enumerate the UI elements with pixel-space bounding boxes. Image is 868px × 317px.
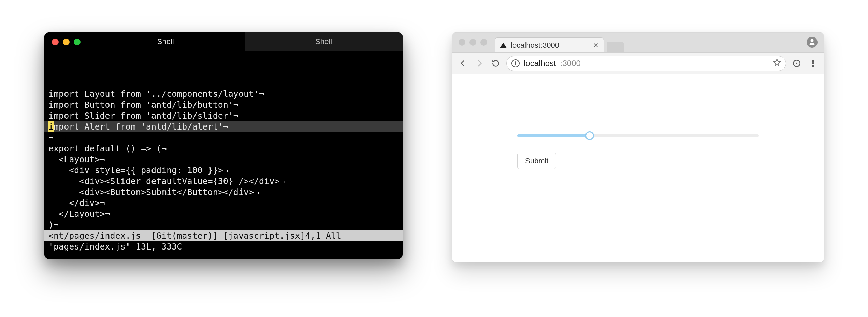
close-icon[interactable]: [459, 39, 465, 46]
address-path: :3000: [560, 59, 581, 68]
code-line: </Layout>¬: [44, 209, 403, 220]
terminal-tabs: Shell Shell: [87, 32, 403, 51]
svg-point-4: [812, 65, 814, 67]
minimize-icon[interactable]: [469, 39, 476, 46]
close-icon[interactable]: [52, 39, 59, 45]
minimize-icon[interactable]: [63, 39, 70, 45]
bookmark-icon[interactable]: [773, 58, 781, 69]
vim-message-line: "pages/index.js" 13L, 333C: [44, 241, 403, 252]
code-line: import Button from 'antd/lib/button'¬: [44, 100, 403, 110]
svg-point-3: [812, 63, 814, 64]
code-line: import Layout from '../components/layout…: [44, 89, 403, 100]
code-line: export default () => (¬: [44, 143, 403, 154]
terminal-tab-1[interactable]: Shell: [245, 32, 403, 51]
code-line: </div>¬: [44, 198, 403, 209]
traffic-lights: [44, 32, 87, 51]
browser-toolbar: i localhost:3000: [452, 52, 824, 74]
browser-tab-ghost[interactable]: [607, 42, 624, 52]
submit-button[interactable]: Submit: [517, 153, 556, 169]
tab-close-icon[interactable]: ✕: [593, 41, 599, 49]
menu-icon[interactable]: [807, 58, 819, 69]
terminal-tab-label: Shell: [315, 37, 332, 46]
code-line: )¬: [44, 220, 403, 230]
code-line: import Alert from 'antd/lib/alert'¬: [44, 121, 403, 132]
slider-track: [517, 134, 590, 137]
site-info-icon[interactable]: i: [511, 59, 520, 67]
browser-tab-title: localhost:3000: [511, 41, 559, 50]
zoom-icon[interactable]: [480, 39, 487, 46]
browser-tabstrip: localhost:3000 ✕: [452, 33, 824, 52]
submit-button-label: Submit: [525, 156, 548, 165]
browser-window: localhost:3000 ✕ i localhost:3000: [452, 32, 824, 262]
zoom-icon[interactable]: [74, 39, 81, 45]
terminal-body[interactable]: import Layout from '../components/layout…: [44, 51, 403, 252]
page-content: Submit: [452, 74, 824, 262]
profile-icon[interactable]: [807, 37, 818, 48]
favicon-triangle-icon: [500, 43, 507, 48]
reload-button[interactable]: [490, 58, 502, 69]
code-line: <Layout>¬: [44, 154, 403, 165]
traffic-lights: [459, 39, 487, 46]
browser-tab[interactable]: localhost:3000 ✕: [495, 37, 604, 52]
address-host: localhost: [524, 59, 556, 68]
terminal-titlebar: Shell Shell: [44, 32, 403, 51]
code-line: <div><Slider defaultValue={30} /></div>¬: [44, 176, 403, 187]
code-line: <div style={{ padding: 100 }}>¬: [44, 165, 403, 176]
back-button[interactable]: [457, 58, 469, 69]
code-line: import Slider from 'antd/lib/slider'¬: [44, 110, 403, 121]
terminal-tab-0[interactable]: Shell: [87, 32, 245, 51]
terminal-tab-label: Shell: [157, 37, 174, 46]
vim-status-line: <nt/pages/index.js [Git(master)] [javasc…: [44, 230, 403, 241]
forward-button[interactable]: [474, 58, 485, 69]
code-line: <div><Button>Submit</Button></div>¬: [44, 187, 403, 198]
terminal-window: Shell Shell import Layout from '../compo…: [44, 32, 403, 259]
address-bar[interactable]: i localhost:3000: [506, 56, 786, 71]
slider-handle[interactable]: [585, 131, 594, 140]
svg-point-2: [812, 60, 814, 61]
svg-point-1: [796, 63, 797, 64]
code-line: ¬: [44, 132, 403, 143]
slider[interactable]: [517, 132, 759, 139]
extensions-icon[interactable]: [791, 58, 802, 69]
cursor: i: [48, 121, 54, 132]
